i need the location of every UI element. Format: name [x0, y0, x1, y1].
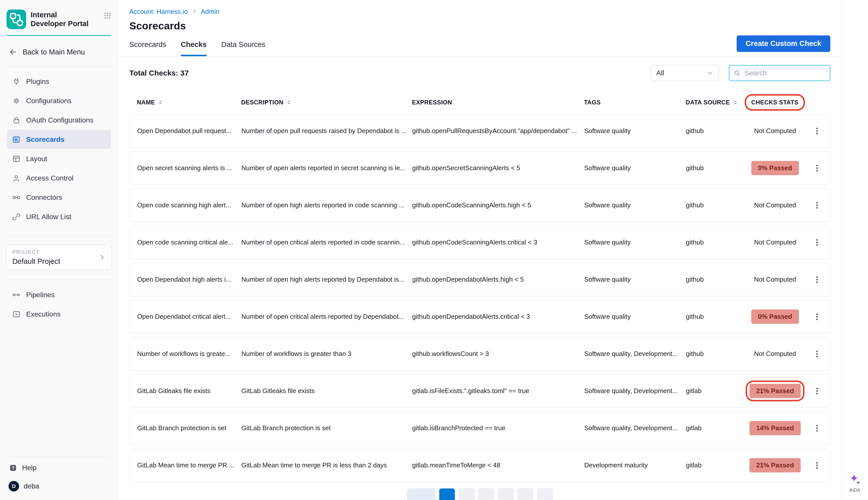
connector-icon — [12, 193, 21, 202]
table-row: GitLab Branch protection is set GitLab B… — [129, 411, 830, 445]
column-label: DESCRIPTION — [241, 99, 283, 106]
row-menu-button[interactable] — [804, 164, 823, 173]
link-icon — [12, 213, 21, 221]
table-row: Open code scanning high alert... Number … — [129, 189, 830, 222]
check-description: Number of open critical alerts reported … — [241, 313, 412, 320]
check-data-source: gitlab — [686, 387, 746, 395]
pagination-item[interactable] — [537, 488, 553, 500]
person-icon — [12, 174, 21, 182]
stats-text: Not Computed — [754, 127, 796, 135]
check-expression: github.openCodeScanningAlerts.critical <… — [412, 238, 584, 246]
check-expression: gitlab.isBranchProtected == true — [412, 424, 584, 432]
check-expression: github.openSecretScanningAlerts < 5 — [412, 164, 584, 172]
check-description: GitLab Branch protection is set — [241, 424, 412, 432]
sidebar-item-pipelines[interactable]: Pipelines — [7, 285, 111, 305]
sidebar-item-scorecards[interactable]: Scorecards — [7, 130, 111, 149]
annotation-circle: CHECKS STATS — [745, 94, 805, 111]
row-menu-button[interactable] — [804, 424, 823, 433]
chevron-down-icon — [706, 69, 713, 77]
pagination-item[interactable] — [407, 488, 435, 500]
help-button[interactable]: ? Help — [7, 456, 112, 473]
column-label: TAGS — [584, 99, 601, 106]
sidebar-item-url-allow-list[interactable]: URL Allow List — [7, 207, 111, 226]
sort-icon[interactable] — [732, 99, 738, 105]
check-tags: Software quality — [584, 276, 686, 283]
row-menu-button[interactable] — [804, 201, 823, 210]
layout-icon — [12, 155, 21, 163]
sort-icon[interactable] — [286, 99, 292, 105]
kebab-icon — [812, 275, 822, 284]
pagination-item[interactable] — [518, 488, 533, 500]
breadcrumb-link-account-harness-io[interactable]: Account: Harness.io — [129, 8, 188, 15]
row-menu-button[interactable] — [804, 126, 823, 136]
idp-logo-icon — [7, 10, 26, 29]
row-menu-button[interactable] — [804, 461, 823, 470]
row-menu-button[interactable] — [804, 387, 823, 396]
sidebar-item-plugins[interactable]: Plugins — [7, 72, 111, 91]
sidebar-item-connectors[interactable]: Connectors — [7, 188, 111, 207]
app-screen: Internal Developer Portal Back to Main M… — [0, 0, 868, 500]
check-data-source: github — [686, 201, 746, 209]
app-title: Internal Developer Portal — [31, 10, 93, 28]
sidebar-item-executions[interactable]: Executions — [7, 305, 111, 324]
create-custom-check-button[interactable]: Create Custom Check — [737, 35, 830, 52]
sidebar-item-configurations[interactable]: Configurations — [7, 91, 111, 111]
page-header: Account: Harness.ioAdmin Scorecards Scor… — [118, 0, 842, 56]
check-expression: github.workflowsCount > 3 — [412, 350, 584, 358]
project-selector[interactable]: PROJECT Default Project — [7, 245, 112, 270]
check-data-source: github — [686, 127, 746, 135]
check-stats: 21% Passed — [746, 380, 804, 401]
row-menu-button[interactable] — [804, 312, 823, 321]
pagination-item[interactable] — [478, 488, 494, 500]
right-rail: AIDA — [842, 0, 868, 500]
stats-text: Not Computed — [754, 350, 796, 358]
sidebar-item-access-control[interactable]: Access Control — [7, 168, 111, 188]
sidebar-item-label: Pipelines — [26, 291, 55, 299]
tab-data-sources[interactable]: Data Sources — [221, 34, 266, 56]
stats-text: Not Computed — [754, 276, 796, 283]
column-header-name: NAME — [137, 99, 241, 106]
check-description: Number of open critical alerts reported … — [241, 238, 412, 246]
check-expression: github.openPullRequestsByAccount."app/de… — [412, 127, 584, 135]
check-data-source: github — [686, 276, 746, 283]
row-menu-button[interactable] — [804, 238, 823, 247]
check-stats: Not Computed — [746, 238, 804, 246]
check-name: Open Dependabot critical alert... — [137, 313, 241, 320]
lock-icon — [12, 116, 21, 125]
table-row: Open secret scanning alerts is ... Numbe… — [129, 151, 830, 185]
check-description: GitLab Mean time to merge PR is less tha… — [241, 461, 412, 469]
sidebar-nav: Plugins Configurations OAuth Configurati… — [7, 72, 112, 226]
check-description: Number of open high alerts reported by D… — [241, 276, 412, 283]
tab-checks[interactable]: Checks — [181, 34, 207, 56]
row-menu-button[interactable] — [804, 275, 823, 284]
check-description: Number of open pull requests raised by D… — [241, 127, 412, 135]
kebab-icon — [812, 349, 822, 359]
passed-badge: 0% Passed — [751, 309, 799, 324]
pagination-item[interactable] — [459, 488, 475, 500]
breadcrumb-link-admin[interactable]: Admin — [201, 8, 220, 15]
sidebar-item-layout[interactable]: Layout — [7, 149, 111, 168]
sidebar-item-oauth-configurations[interactable]: OAuth Configurations — [7, 111, 111, 130]
tab-scorecards[interactable]: Scorecards — [129, 34, 166, 56]
column-label: EXPRESSION — [412, 99, 452, 106]
pagination-item[interactable] — [439, 488, 455, 500]
user-menu[interactable]: D deba — [7, 473, 112, 491]
check-tags: Software quality — [584, 313, 686, 320]
aida-button[interactable]: AIDA — [842, 473, 868, 493]
check-description: Number of open alerts reported in secret… — [241, 164, 412, 172]
check-expression: github.openDependabotAlerts.critical < 3 — [412, 313, 584, 320]
back-to-main-menu[interactable]: Back to Main Menu — [7, 47, 112, 56]
sort-icon[interactable] — [157, 99, 164, 105]
check-stats: Not Computed — [746, 201, 804, 209]
apps-grid-icon[interactable] — [103, 12, 112, 20]
row-menu-button[interactable] — [804, 349, 823, 359]
check-data-source: github — [686, 313, 746, 320]
search-input[interactable] — [744, 69, 826, 77]
check-name: GitLab Mean time to merge PR ... — [137, 461, 241, 469]
pagination-item[interactable] — [498, 488, 514, 500]
check-tags: Software quality, Development... — [584, 387, 686, 395]
passed-badge: 21% Passed — [749, 458, 801, 473]
filter-select[interactable]: All — [651, 65, 719, 81]
tabs: ScorecardsChecksData Sources — [129, 34, 280, 56]
sidebar-item-label: OAuth Configurations — [26, 116, 93, 124]
